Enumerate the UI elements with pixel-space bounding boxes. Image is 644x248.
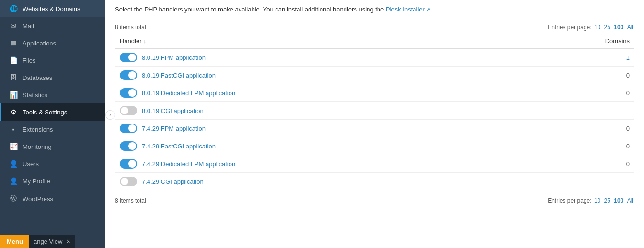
table-row: 7.4.29 CGI application [115,173,634,191]
handler-cell-4: 7.4.29 FPM application [115,120,523,137]
col-handler: Handler ↓ [115,34,523,49]
sidebar-item-my-profile[interactable]: 👤 My Profile [0,172,105,190]
sidebar-collapse-button[interactable]: ‹ [105,110,115,120]
toggle-5[interactable] [120,141,137,151]
menu-button[interactable]: Menu [0,235,30,248]
domains-cell-7 [523,173,635,191]
sort-icon: ↓ [143,38,146,44]
domains-cell-2: 0 [523,84,635,102]
table-row: 8.0.19 CGI application [115,102,634,120]
change-view-close-button[interactable]: × [66,237,70,245]
toggle-6[interactable] [120,159,137,169]
sidebar-item-databases[interactable]: 🗄 Databases [0,69,105,86]
sidebar-item-wordpress[interactable]: Ⓦ WordPress [0,190,105,208]
handler-cell-7: 7.4.29 CGI application [115,173,523,191]
main-content: Select the PHP handlers you want to make… [105,0,644,248]
wordpress-icon: Ⓦ [9,194,18,203]
tools-icon: ⚙ [9,108,18,116]
col-domains: Domains [523,34,635,49]
toggle-4[interactable] [120,124,137,133]
entries-bottom-25[interactable]: 25 [604,197,610,204]
sidebar-item-monitoring[interactable]: 📈 Monitoring [0,138,105,155]
files-icon: 📄 [9,56,18,64]
applications-icon: ▦ [9,39,18,47]
handler-name-0: 8.0.19 FPM application [142,54,206,61]
mail-icon: ✉ [9,22,18,30]
handler-name-7: 7.4.29 CGI application [142,178,204,185]
handler-name-6: 7.4.29 Dedicated FPM application [142,160,235,168]
profile-icon: 👤 [9,177,18,185]
sidebar-item-websites-domains[interactable]: 🌐 Websites & Domains [0,0,105,17]
domains-cell-4: 0 [523,120,635,137]
external-link-icon: ↗ [426,7,430,12]
sidebar: 🌐 Websites & Domains ✉ Mail ▦ Applicatio… [0,0,105,248]
meta-top-row: 8 items total Entries per page: 10 25 10… [115,22,634,34]
domains-cell-1: 0 [523,67,635,84]
domains-cell-6: 0 [523,155,635,173]
entries-per-page-top: Entries per page: 10 25 100 All [548,24,634,31]
sidebar-item-applications[interactable]: ▦ Applications [0,34,105,52]
toggle-7[interactable] [120,177,137,186]
entries-bottom-10[interactable]: 10 [594,197,600,204]
sidebar-item-statistics[interactable]: 📊 Statistics [0,86,105,103]
entries-25[interactable]: 25 [604,24,610,31]
extensions-icon: ▪ [9,125,18,133]
domains-cell-0: 1 [523,49,635,67]
table-row: 7.4.29 FastCGI application0 [115,137,634,155]
toggle-3[interactable] [120,106,137,115]
globe-icon: 🌐 [9,5,18,12]
plesk-installer-link[interactable]: Plesk Installer ↗ [386,6,432,13]
toggle-2[interactable] [120,88,137,98]
toggle-1[interactable] [120,70,137,80]
sidebar-item-extensions[interactable]: ▪ Extensions [0,121,105,138]
statistics-icon: 📊 [9,91,18,99]
sidebar-item-files[interactable]: 📄 Files [0,52,105,69]
handler-cell-1: 8.0.19 FastCGI application [115,67,523,84]
items-total-bottom: 8 items total [115,197,146,204]
handler-cell-6: 7.4.29 Dedicated FPM application [115,155,523,173]
monitoring-icon: 📈 [9,143,18,150]
handler-name-4: 7.4.29 FPM application [142,125,206,132]
databases-icon: 🗄 [9,74,18,81]
table-row: 7.4.29 Dedicated FPM application0 [115,155,634,173]
sidebar-item-mail[interactable]: ✉ Mail [0,17,105,34]
handlers-table: Handler ↓ Domains 8.0.19 FPM application… [115,34,634,190]
items-total-top: 8 items total [115,24,146,31]
table-row: 8.0.19 Dedicated FPM application0 [115,84,634,102]
handler-name-5: 7.4.29 FastCGI application [142,143,216,150]
handler-name-3: 8.0.19 CGI application [142,107,204,114]
domains-cell-3 [523,102,635,120]
table-row: 8.0.19 FPM application1 [115,49,634,67]
toggle-0[interactable] [120,53,137,62]
users-icon: 👤 [9,160,18,168]
handler-cell-0: 8.0.19 FPM application [115,49,523,67]
entries-per-page-bottom: Entries per page: 10 25 100 All [548,197,634,204]
bottom-bar: 8 items total Entries per page: 10 25 10… [115,193,634,206]
table-row: 8.0.19 FastCGI application0 [115,67,634,84]
domains-cell-5: 0 [523,137,635,155]
table-row: 7.4.29 FPM application0 [115,120,634,137]
handler-name-1: 8.0.19 FastCGI application [142,72,216,79]
handler-cell-2: 8.0.19 Dedicated FPM application [115,84,523,102]
entries-all[interactable]: All [627,24,633,31]
entries-10[interactable]: 10 [594,24,600,31]
page-description: Select the PHP handlers you want to make… [115,0,634,18]
sidebar-item-users[interactable]: 👤 Users [0,155,105,172]
handler-cell-3: 8.0.19 CGI application [115,102,523,120]
sidebar-item-tools-settings[interactable]: ⚙ Tools & Settings [0,103,105,121]
handler-name-2: 8.0.19 Dedicated FPM application [142,90,235,97]
change-view-bar: ange View × [29,235,75,248]
entries-bottom-all[interactable]: All [627,197,633,204]
handler-cell-5: 7.4.29 FastCGI application [115,137,523,155]
entries-bottom-100[interactable]: 100 [614,197,623,204]
entries-100[interactable]: 100 [614,24,623,31]
